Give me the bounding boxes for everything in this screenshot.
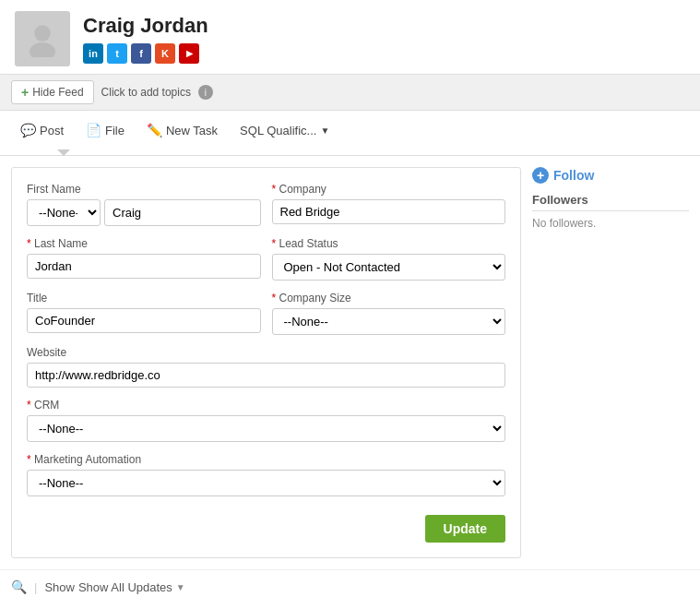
show-updates-label: Show All Updates: [78, 580, 172, 594]
bottom-controls: 🔍 | Show Show All Updates ▼: [11, 579, 689, 594]
tab-new-task[interactable]: ✏️ New Task: [137, 118, 227, 142]
company-group: * Company: [272, 183, 506, 226]
add-topics-link[interactable]: Click to add topics: [101, 86, 191, 99]
search-button[interactable]: 🔍: [11, 579, 27, 594]
company-size-label: * Company Size: [272, 292, 506, 304]
hide-feed-label: Hide Feed: [32, 86, 83, 99]
first-name-group: First Name --None-- Mr. Ms. Mrs. Dr.: [27, 183, 261, 226]
last-name-label: * Last Name: [27, 237, 261, 250]
svg-point-1: [30, 42, 55, 57]
tab-file-label: File: [105, 124, 125, 137]
first-name-label: First Name: [27, 183, 261, 196]
form-row-6: * Marketing Automation --None-- Marketo …: [27, 453, 505, 496]
followers-heading: Followers: [532, 193, 689, 211]
title-label: Title: [27, 292, 261, 304]
website-input[interactable]: [27, 363, 505, 388]
main-content: First Name --None-- Mr. Ms. Mrs. Dr.: [0, 156, 700, 569]
form-row-3: Title * Company Size --None-- 1-10 11-50…: [27, 292, 505, 335]
show-updates-button[interactable]: Show Show All Updates ▼: [44, 580, 184, 594]
form-row-1: First Name --None-- Mr. Ms. Mrs. Dr.: [27, 183, 505, 226]
facebook-icon[interactable]: f: [131, 43, 151, 64]
header-info: Craig Jordan in t f K ▶: [83, 14, 208, 64]
header: Craig Jordan in t f K ▶: [0, 0, 700, 74]
social-icons-bar: in t f K ▶: [83, 43, 208, 64]
tab-new-task-label: New Task: [166, 124, 218, 137]
avatar: [15, 11, 70, 66]
search-icon: 🔍: [11, 579, 27, 594]
marketing-auto-label: * Marketing Automation: [27, 453, 505, 466]
separator: |: [34, 580, 37, 594]
form-row-2: * Last Name * Lead Status Open - Not Con…: [27, 237, 505, 281]
first-name-input[interactable]: [104, 199, 261, 226]
company-label: * Company: [272, 183, 506, 196]
lead-status-label: * Lead Status: [272, 237, 506, 250]
form-row-5: * CRM --None-- Salesforce HubSpot: [27, 399, 505, 442]
lead-status-select[interactable]: Open - Not Contacted Working - Contacted…: [272, 254, 506, 281]
marketing-auto-group: * Marketing Automation --None-- Marketo …: [27, 453, 505, 496]
hide-feed-button[interactable]: + Hide Feed: [11, 80, 94, 104]
info-icon[interactable]: i: [198, 85, 213, 100]
new-task-icon: ✏️: [147, 123, 162, 137]
no-followers-text: No followers.: [532, 217, 689, 230]
post-icon: 💬: [20, 123, 36, 137]
hide-feed-icon: +: [21, 85, 29, 100]
action-tabs-bar: 💬 Post 📄 File ✏️ New Task SQL Qualific..…: [0, 111, 700, 150]
twitter-icon[interactable]: t: [107, 43, 127, 64]
last-name-input[interactable]: [27, 254, 261, 279]
youtube-icon[interactable]: ▶: [179, 43, 199, 64]
crm-group: * CRM --None-- Salesforce HubSpot: [27, 399, 505, 442]
marketing-auto-select[interactable]: --None-- Marketo Pardot: [27, 470, 505, 496]
title-input[interactable]: [27, 308, 261, 333]
show-updates-arrow-icon: ▼: [176, 582, 185, 592]
file-icon: 📄: [86, 123, 101, 137]
first-name-prefix-select[interactable]: --None-- Mr. Ms. Mrs. Dr.: [27, 199, 101, 226]
follow-label: Follow: [553, 168, 594, 183]
linkedin-icon[interactable]: in: [83, 43, 103, 64]
feed-bar: + Hide Feed Click to add topics i: [0, 74, 700, 111]
website-label: Website: [27, 346, 505, 359]
last-name-group: * Last Name: [27, 237, 261, 281]
company-size-group: * Company Size --None-- 1-10 11-50 51-20…: [272, 292, 506, 335]
tab-post[interactable]: 💬 Post: [11, 118, 73, 142]
klout-icon[interactable]: K: [155, 43, 175, 64]
form-row-4: Website: [27, 346, 505, 388]
form-panel: First Name --None-- Mr. Ms. Mrs. Dr.: [11, 167, 521, 558]
tab-sql-qualific[interactable]: SQL Qualific... ▼: [231, 119, 338, 142]
follow-button[interactable]: + Follow: [532, 167, 594, 184]
website-group: Website: [27, 346, 505, 388]
tab-indicator: [57, 149, 70, 156]
company-size-select[interactable]: --None-- 1-10 11-50 51-200 201-500 500+: [272, 308, 506, 335]
sidebar: + Follow Followers No followers.: [532, 167, 689, 558]
bottom-section: 🔍 | Show Show All Updates ▼ There are no…: [0, 569, 700, 597]
tab-post-label: Post: [40, 124, 64, 137]
svg-point-0: [34, 25, 51, 42]
show-label: Show: [44, 580, 75, 594]
follow-plus-icon: +: [532, 167, 549, 184]
form-actions: Update: [27, 507, 505, 543]
company-input[interactable]: [272, 199, 506, 224]
tab-sql-label: SQL Qualific...: [240, 124, 316, 137]
crm-select[interactable]: --None-- Salesforce HubSpot: [27, 415, 505, 442]
contact-name: Craig Jordan: [83, 14, 208, 38]
tab-file[interactable]: 📄 File: [77, 118, 134, 142]
title-group: Title: [27, 292, 261, 335]
crm-label: * CRM: [27, 399, 505, 412]
dropdown-arrow-icon: ▼: [320, 125, 329, 136]
lead-status-group: * Lead Status Open - Not Contacted Worki…: [272, 237, 506, 281]
update-button[interactable]: Update: [425, 515, 505, 543]
